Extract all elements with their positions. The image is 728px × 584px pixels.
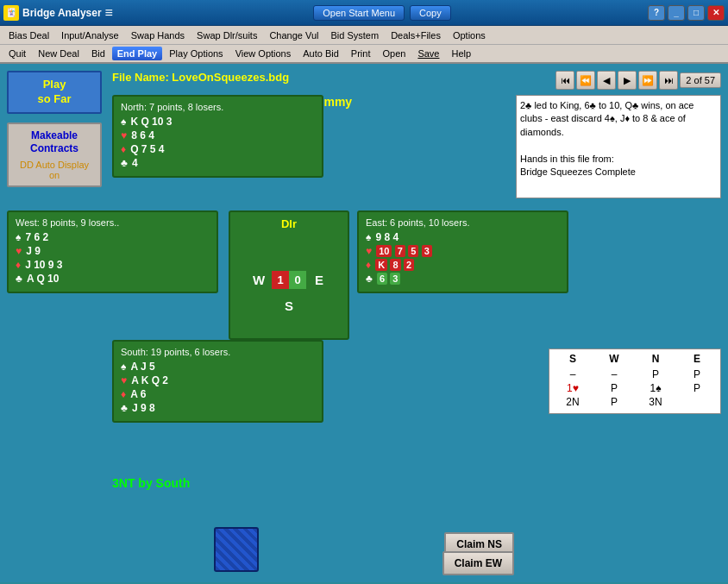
dlr-val-s: 0 [289, 271, 305, 289]
diamond-icon: ♦ [121, 143, 126, 155]
club-icon: ♣ [121, 402, 128, 414]
north-diamonds-row: ♦ Q 7 5 4 [121, 143, 315, 155]
tool-end-play[interactable]: End Play [112, 47, 162, 60]
nav-next-next-button[interactable]: ⏩ [638, 71, 657, 90]
bid-e-1: P [677, 368, 717, 380]
tool-help[interactable]: Help [446, 47, 476, 60]
card-deck [214, 527, 259, 572]
title-left: 🃏 Bridge Analyser ≡ [3, 5, 116, 21]
minimize-button[interactable]: _ [668, 5, 685, 21]
toolbar: Quit New Deal Bid End Play Play Options … [0, 45, 728, 64]
menu-hamburger-icon[interactable]: ≡ [105, 5, 113, 21]
title-bar: 🃏 Bridge Analyser ≡ Open Start Menu Copy… [0, 0, 728, 26]
west-clubs-row: ♣ A Q 10 [16, 273, 210, 285]
east-spades-row: ♠ 9 8 4 [366, 231, 560, 243]
tool-save[interactable]: Save [412, 47, 444, 60]
dlr-box: Dlr W 1 0 E S [229, 210, 349, 340]
east-diamond-8: 8 [390, 259, 400, 271]
heart-icon: ♥ [121, 374, 127, 386]
west-clubs: A Q 10 [27, 273, 60, 285]
open-start-menu-button[interactable]: Open Start Menu [313, 5, 405, 21]
menu-swap-hands[interactable]: Swap Hands [126, 28, 190, 42]
heart-icon: ♥ [366, 245, 372, 257]
west-diamonds: J 10 9 3 [25, 259, 62, 271]
menu-change-vul[interactable]: Change Vul [264, 28, 323, 42]
west-hearts-row: ♥ J 9 [16, 245, 210, 257]
bid-s-3: 2N [553, 396, 593, 408]
south-diamonds: A 6 [130, 388, 146, 400]
maximize-button[interactable]: □ [687, 5, 705, 21]
bid-w-3: P [594, 396, 634, 408]
info-text: 2♣ led to King, 6♣ to 10, Q♣ wins, on ac… [520, 100, 693, 177]
tool-new-deal[interactable]: New Deal [33, 47, 85, 60]
app-icon: 🃏 [3, 5, 19, 21]
nav-last-button[interactable]: ⏭ [659, 71, 678, 90]
menu-bar: Bias Deal Input/Analyse Swap Hands Swap … [0, 26, 728, 45]
bidding-table: S W N E – – P P 1♥ P 1♠ P 2N P 3N [549, 349, 721, 414]
makeable-title: Makeable Contracts [16, 129, 93, 156]
bid-row-2: 1♥ P 1♠ P [553, 382, 717, 394]
bid-row-1: – – P P [553, 368, 717, 380]
heart-icon: ♥ [121, 129, 127, 141]
north-diamonds: Q 7 5 4 [130, 143, 164, 155]
west-spades-row: ♠ 7 6 2 [16, 231, 210, 243]
south-info: South: 19 points, 6 losers. [121, 347, 315, 357]
left-panel: Play so Far Makeable Contracts DD Auto D… [7, 71, 102, 187]
title-right-buttons: ? _ □ ✕ [648, 5, 725, 21]
nav-first-button[interactable]: ⏮ [555, 71, 574, 90]
copy-button[interactable]: Copy [410, 5, 451, 21]
contract-text: 3NT by South [112, 476, 190, 490]
help-button[interactable]: ? [648, 5, 665, 21]
tool-open[interactable]: Open [377, 47, 411, 60]
bid-col-s: S [553, 353, 593, 365]
east-clubs-row: ♣ 6 3 [366, 273, 560, 285]
tool-quit[interactable]: Quit [3, 47, 31, 60]
play-so-far-button[interactable]: Play so Far [7, 71, 102, 114]
menu-swap-dlr-suits[interactable]: Swap Dlr/suits [191, 28, 262, 42]
tool-play-options[interactable]: Play Options [164, 47, 228, 60]
close-button[interactable]: ✕ [707, 5, 725, 21]
tool-view-options[interactable]: View Options [230, 47, 297, 60]
title-center-buttons: Open Start Menu Copy [313, 5, 450, 21]
dlr-title: Dlr [281, 217, 297, 230]
west-diamonds-row: ♦ J 10 9 3 [16, 259, 210, 271]
tool-auto-bid[interactable]: Auto Bid [298, 47, 344, 60]
east-spades: 9 8 4 [375, 231, 399, 243]
bid-col-n: N [636, 353, 675, 365]
east-diamonds-row: ♦ K 8 2 [366, 259, 560, 271]
tool-print[interactable]: Print [346, 47, 376, 60]
north-clubs-row: ♣ 4 [121, 157, 315, 169]
club-icon: ♣ [121, 157, 128, 169]
menu-bid-system[interactable]: Bid System [326, 28, 385, 42]
bid-w-1: – [594, 368, 634, 380]
nav-prev-button[interactable]: ◀ [597, 71, 616, 90]
north-info: North: 7 points, 8 losers. [121, 102, 315, 112]
east-heart-7: 7 [395, 245, 405, 257]
menu-options[interactable]: Options [448, 28, 491, 42]
claim-ew-button[interactable]: Claim EW [442, 551, 514, 575]
makeable-contracts-box: Makeable Contracts DD Auto Display on [7, 122, 102, 187]
spade-icon: ♠ [366, 231, 371, 243]
diamond-icon: ♦ [16, 259, 21, 271]
nav-prev-prev-button[interactable]: ⏪ [576, 71, 595, 90]
menu-bias-deal[interactable]: Bias Deal [3, 28, 54, 42]
south-clubs: J 9 8 [132, 402, 155, 414]
bid-n-3: 3N [636, 396, 675, 408]
spade-icon: ♠ [121, 116, 126, 128]
east-hearts: 10 7 5 3 [376, 245, 432, 257]
east-diamond-k: K [375, 259, 387, 271]
dlr-e-label: E [306, 267, 332, 292]
bid-e-2: P [677, 382, 717, 394]
north-hand: North: 7 points, 8 losers. ♠ K Q 10 3 ♥ … [112, 95, 323, 178]
club-icon: ♣ [366, 273, 373, 285]
south-clubs-row: ♣ J 9 8 [121, 402, 315, 414]
menu-deals-files[interactable]: Deals+Files [386, 28, 446, 42]
north-clubs: 4 [132, 157, 138, 169]
nav-next-button[interactable]: ▶ [618, 71, 637, 90]
info-box[interactable]: 2♣ led to King, 6♣ to 10, Q♣ wins, on ac… [516, 95, 721, 198]
bid-n-2: 1♠ [636, 382, 675, 394]
menu-input-analyse[interactable]: Input/Analyse [56, 28, 124, 42]
tool-bid[interactable]: Bid [86, 47, 110, 60]
east-info: East: 6 points, 10 losers. [366, 217, 560, 228]
north-hearts-row: ♥ 8 6 4 [121, 129, 315, 141]
